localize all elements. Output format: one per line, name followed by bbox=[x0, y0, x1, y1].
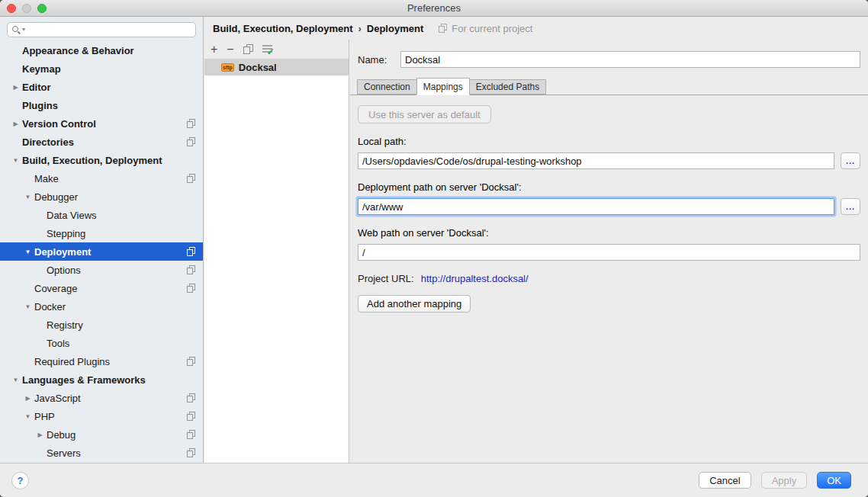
project-url-link[interactable]: http://drupaltest.docksal/ bbox=[421, 273, 529, 284]
scope-label: For current project bbox=[452, 23, 532, 34]
sidebar-item-tools[interactable]: Tools bbox=[0, 334, 203, 352]
server-detail-panel: Name: ConnectionMappingsExcluded Paths U… bbox=[350, 40, 868, 463]
minimize-window-button bbox=[22, 4, 31, 13]
sidebar-item-javascript[interactable]: ▶JavaScript bbox=[0, 389, 203, 407]
tab-bar: ConnectionMappingsExcluded Paths bbox=[350, 78, 868, 95]
sidebar-item-label: Options bbox=[47, 265, 81, 276]
sidebar-item-data-views[interactable]: Data Views bbox=[0, 206, 203, 224]
local-path-label: Local path: bbox=[358, 136, 860, 147]
chevron-down-icon[interactable]: ▼ bbox=[21, 413, 34, 420]
scope-indicator: For current project bbox=[439, 23, 532, 34]
close-window-button[interactable] bbox=[7, 4, 16, 13]
sidebar-item-languages-frameworks[interactable]: ▼Languages & Frameworks bbox=[0, 370, 203, 389]
sidebar-item-label: Languages & Frameworks bbox=[22, 374, 146, 386]
sidebar-item-label: Stepping bbox=[47, 228, 85, 239]
add-mapping-button[interactable]: Add another mapping bbox=[358, 295, 471, 313]
sidebar-item-servers[interactable]: Servers bbox=[0, 444, 203, 462]
tab-connection[interactable]: Connection bbox=[357, 79, 417, 95]
cancel-button[interactable]: Cancel bbox=[699, 472, 751, 489]
sidebar-item-php[interactable]: ▼PHP bbox=[0, 407, 203, 425]
browse-button[interactable]: ... bbox=[841, 152, 860, 169]
sidebar-item-debugger[interactable]: ▼Debugger bbox=[0, 188, 203, 206]
sidebar-item-stepping[interactable]: Stepping bbox=[0, 224, 203, 242]
per-project-icon bbox=[187, 137, 195, 146]
zoom-window-button[interactable] bbox=[37, 4, 47, 13]
deployment-path-on-server-docksal-row: ... bbox=[358, 198, 860, 215]
sidebar-item-options[interactable]: Options bbox=[0, 261, 203, 279]
sidebar-item-label: JavaScript bbox=[34, 393, 81, 404]
sidebar-item-required-plugins[interactable]: Required Plugins bbox=[0, 352, 203, 370]
sidebar-item-label: PHP bbox=[34, 411, 55, 422]
duplicate-server-icon[interactable] bbox=[243, 44, 253, 54]
deployment-path-on-server-docksal-input[interactable] bbox=[358, 198, 834, 215]
remove-server-button[interactable]: − bbox=[227, 44, 233, 55]
sidebar-item-keymap[interactable]: Keymap bbox=[0, 59, 203, 78]
window-title: Preferences bbox=[0, 2, 868, 14]
web-path-on-server-docksal-input[interactable] bbox=[358, 244, 860, 261]
sidebar-item-label: Directories bbox=[22, 136, 74, 148]
server-name-label: Docksal bbox=[239, 62, 277, 73]
local-path-input[interactable] bbox=[358, 152, 834, 169]
chevron-right-icon[interactable]: ▶ bbox=[9, 84, 22, 91]
sidebar-item-registry[interactable]: Registry bbox=[0, 316, 203, 334]
sidebar-item-version-control[interactable]: ▶Version Control bbox=[0, 114, 203, 133]
help-button[interactable]: ? bbox=[11, 472, 29, 489]
per-project-icon bbox=[187, 357, 195, 366]
chevron-down-icon[interactable]: ▼ bbox=[9, 377, 22, 383]
apply-button: Apply bbox=[761, 472, 808, 489]
sidebar-item-build-execution-deployment[interactable]: ▼Build, Execution, Deployment bbox=[0, 151, 203, 169]
per-project-icon bbox=[187, 265, 195, 274]
browse-button[interactable]: ... bbox=[841, 198, 860, 215]
chevron-down-icon[interactable]: ▼ bbox=[21, 248, 34, 255]
per-project-icon bbox=[187, 412, 195, 421]
sidebar-item-label: Required Plugins bbox=[34, 356, 110, 367]
search-options-caret-icon[interactable]: ▾ bbox=[22, 27, 25, 33]
sidebar-item-label: Editor bbox=[22, 82, 51, 93]
sidebar-item-editor[interactable]: ▶Editor bbox=[0, 78, 203, 96]
breadcrumb-parent: Build, Execution, Deployment bbox=[213, 23, 352, 34]
sidebar-item-label: Keymap bbox=[22, 63, 61, 75]
sidebar-item-label: Make bbox=[34, 173, 59, 184]
ok-button[interactable]: OK bbox=[817, 472, 851, 489]
settings-sidebar: ▾ Appearance & BehaviorKeymap▶EditorPlug… bbox=[0, 17, 204, 463]
per-project-icon bbox=[187, 174, 195, 183]
chevron-down-icon[interactable]: ▼ bbox=[21, 194, 34, 200]
sidebar-item-plugins[interactable]: Plugins bbox=[0, 96, 203, 114]
mapping-fields: Local path:...Deployment path on server … bbox=[358, 136, 860, 261]
sidebar-item-coverage[interactable]: Coverage bbox=[0, 279, 203, 297]
titlebar[interactable]: Preferences bbox=[0, 0, 868, 17]
dialog-footer: ? Cancel Apply OK bbox=[0, 463, 868, 497]
tab-excluded-paths[interactable]: Excluded Paths bbox=[469, 79, 546, 95]
sidebar-item-label: Tools bbox=[47, 338, 69, 349]
search-input[interactable] bbox=[26, 24, 191, 36]
server-row-docksal[interactable]: sftpDocksal bbox=[204, 59, 349, 75]
deployment-path-on-server-docksal-label: Deployment path on server 'Docksal': bbox=[358, 181, 860, 193]
sidebar-item-label: Build, Execution, Deployment bbox=[22, 155, 162, 166]
chevron-right-icon[interactable]: ▶ bbox=[21, 395, 34, 402]
use-as-default-icon[interactable] bbox=[262, 45, 272, 54]
server-list-panel: + − sftpDocksal bbox=[204, 40, 349, 463]
sidebar-item-debug[interactable]: ▶Debug bbox=[0, 425, 203, 444]
add-server-button[interactable]: + bbox=[211, 44, 217, 55]
main-area: Build, Execution, Deployment › Deploymen… bbox=[204, 17, 868, 463]
sidebar-item-deployment[interactable]: ▼Deployment bbox=[0, 242, 203, 261]
server-name-input[interactable] bbox=[400, 51, 860, 68]
chevron-right-icon[interactable]: ▶ bbox=[9, 120, 22, 127]
chevron-right-icon[interactable]: ▶ bbox=[34, 431, 47, 438]
settings-search-field[interactable]: ▾ bbox=[7, 22, 196, 37]
sidebar-item-label: Servers bbox=[47, 447, 81, 459]
sidebar-item-make[interactable]: Make bbox=[0, 169, 203, 188]
sidebar-item-directories[interactable]: Directories bbox=[0, 133, 203, 151]
per-project-icon bbox=[439, 24, 447, 33]
project-url-label: Project URL: bbox=[358, 273, 414, 284]
chevron-down-icon[interactable]: ▼ bbox=[21, 303, 34, 310]
sidebar-item-label: Deployment bbox=[34, 246, 91, 258]
breadcrumb-current: Deployment bbox=[367, 23, 423, 34]
sidebar-item-docker[interactable]: ▼Docker bbox=[0, 297, 203, 316]
tab-mappings[interactable]: Mappings bbox=[416, 78, 470, 95]
per-project-icon bbox=[187, 393, 195, 402]
content-header: Build, Execution, Deployment › Deploymen… bbox=[204, 17, 868, 40]
preferences-window: Preferences ▾ Appearance & BehaviorKeyma… bbox=[0, 0, 868, 497]
sidebar-item-appearance-behavior[interactable]: Appearance & Behavior bbox=[0, 41, 203, 59]
chevron-down-icon[interactable]: ▼ bbox=[9, 157, 22, 164]
